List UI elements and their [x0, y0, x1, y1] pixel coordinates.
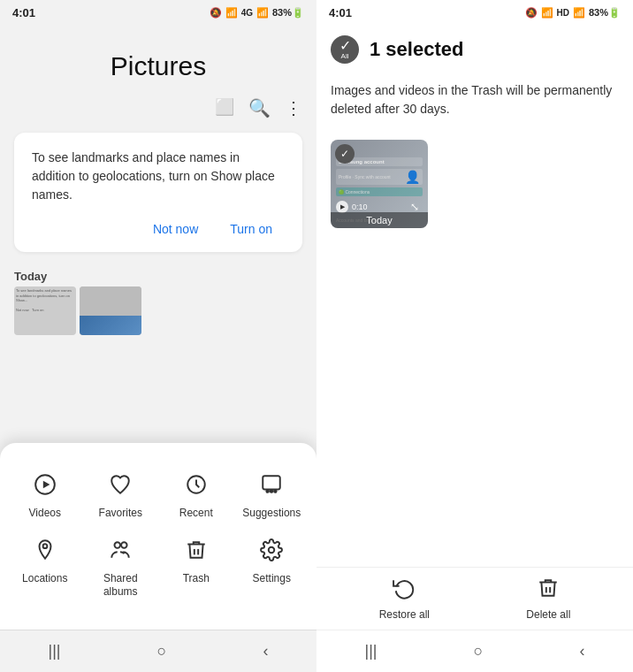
favorites-label: Favorites — [99, 507, 142, 521]
thumb-mini-text: To see landmarks and place names in addi… — [16, 288, 74, 313]
all-text: All — [341, 53, 349, 60]
bottom-action-bar: Restore all Delete all — [316, 567, 633, 630]
vt-row-2: Profile · Sync with account 👤 — [336, 169, 423, 185]
search-icon[interactable]: 🔍 — [248, 97, 271, 118]
nav-recent-apps-icon[interactable]: ||| — [49, 642, 61, 661]
vt-play-row: ▶ 0:10 ⤡ — [336, 201, 423, 213]
checkmark-icon: ✓ — [339, 39, 351, 53]
vt-row-3: 🟢 Connections — [336, 187, 423, 196]
thumb-2[interactable] — [80, 286, 141, 335]
shared-albums-icon — [109, 538, 132, 567]
restore-all-button[interactable]: Restore all — [379, 577, 430, 621]
svg-point-12 — [269, 547, 275, 554]
settings-icon — [260, 538, 283, 567]
time-left: 4:01 — [12, 6, 35, 19]
nav-back-icon[interactable]: ‹ — [263, 642, 268, 661]
delete-label: Delete all — [526, 608, 570, 621]
select-icon[interactable]: ⬜ — [215, 97, 234, 118]
nav-home-icon[interactable]: ○ — [157, 642, 167, 661]
nav-bar-left: ||| ○ ‹ — [0, 630, 316, 672]
page-title: Pictures — [111, 51, 206, 81]
status-bar-left: 4:01 🔕 📶 4G 📶 83%🔋 — [0, 0, 316, 25]
trash-info: Images and videos in the Trash will be p… — [316, 74, 633, 133]
sheet-item-videos[interactable]: Videos — [7, 464, 83, 530]
not-now-button[interactable]: Not now — [141, 217, 210, 241]
suggestions-icon — [260, 473, 283, 501]
play-button[interactable]: ▶ — [336, 201, 348, 213]
r-signal-bars-icon: 📶 — [573, 7, 585, 19]
sheet-item-settings[interactable]: Settings — [234, 530, 310, 608]
svg-marker-1 — [43, 481, 50, 489]
videos-icon — [34, 473, 57, 501]
sheet-item-trash[interactable]: Trash — [158, 530, 234, 608]
videos-label: Videos — [29, 507, 61, 521]
r-nav-recent-apps-icon[interactable]: ||| — [365, 642, 378, 661]
vt-label: Today — [331, 212, 428, 228]
delete-all-button[interactable]: Delete all — [526, 577, 570, 621]
place-names-text: To see landmarks and place names in addi… — [32, 149, 285, 204]
svg-point-4 — [267, 491, 270, 493]
network-icon: 4G — [241, 8, 253, 18]
restore-label: Restore all — [379, 608, 430, 621]
svg-point-8 — [115, 542, 121, 548]
bottom-sheet: Videos Favorites Recent — [0, 443, 316, 630]
left-panel: 4:01 🔕 📶 4G 📶 83%🔋 Pictures ⬜ 🔍 ⋮ To see… — [0, 0, 316, 672]
status-icons-left: 🔕 📶 4G 📶 83%🔋 — [210, 7, 304, 19]
locations-icon — [34, 538, 57, 567]
status-icons-right: 🔕 📶 HD 📶 83%🔋 — [525, 7, 621, 19]
vt-duration: 0:10 — [352, 202, 368, 211]
status-bar-right: 4:01 🔕 📶 HD 📶 83%🔋 — [316, 0, 633, 25]
svg-point-7 — [42, 544, 47, 548]
r-battery-icon: 83%🔋 — [589, 7, 621, 19]
right-panel: 4:01 🔕 📶 HD 📶 83%🔋 ✓ All 1 selected Imag… — [316, 0, 633, 672]
shared-albums-label: Shared albums — [87, 572, 156, 599]
svg-rect-3 — [263, 476, 281, 489]
trash-label: Trash — [183, 572, 210, 586]
wifi-icon: 📶 — [225, 7, 238, 19]
suggestions-label: Suggestions — [242, 507, 301, 521]
place-names-card: To see landmarks and place names in addi… — [14, 133, 302, 252]
selected-count: 1 selected — [370, 38, 463, 61]
signal-bars-icon: 📶 — [256, 7, 269, 19]
sheet-item-suggestions[interactable]: Suggestions — [234, 464, 310, 530]
recent-label: Recent — [179, 507, 213, 521]
signal-icon: 🔕 — [210, 7, 222, 19]
turn-on-button[interactable]: Turn on — [217, 217, 285, 241]
selection-header: ✓ All 1 selected — [316, 25, 633, 74]
vt-selected-indicator: ✓ — [335, 144, 355, 164]
svg-point-9 — [121, 542, 127, 548]
recent-icon — [185, 473, 208, 501]
today-label: Today — [0, 259, 316, 286]
sheet-item-shared-albums[interactable]: Shared albums — [83, 530, 159, 608]
sheet-item-favorites[interactable]: Favorites — [83, 464, 159, 530]
toolbar-row: ⬜ 🔍 ⋮ — [0, 90, 316, 126]
sheet-item-recent[interactable]: Recent — [158, 464, 234, 530]
settings-label: Settings — [253, 572, 291, 586]
sheet-grid: Videos Favorites Recent — [0, 457, 316, 615]
page-title-area: Pictures — [0, 25, 316, 90]
thumb-1[interactable]: To see landmarks and place names in addi… — [14, 286, 76, 335]
r-nav-back-icon[interactable]: ‹ — [579, 642, 584, 661]
nav-bar-right: ||| ○ ‹ — [316, 630, 633, 672]
battery-icon: 83%🔋 — [272, 7, 304, 19]
delete-icon — [537, 577, 560, 605]
r-nav-home-icon[interactable]: ○ — [474, 642, 484, 661]
r-hd-icon: HD — [557, 8, 569, 18]
more-options-icon[interactable]: ⋮ — [285, 97, 302, 118]
time-right: 4:01 — [329, 6, 352, 19]
locations-label: Locations — [22, 572, 67, 586]
svg-point-5 — [271, 491, 273, 493]
svg-point-6 — [274, 491, 277, 493]
thumbnail-strip: To see landmarks and place names in addi… — [0, 286, 316, 335]
r-wifi-icon: 📶 — [541, 7, 553, 19]
trash-icon — [185, 538, 208, 567]
right-content: Samsung account Profile · Sync with acco… — [316, 133, 633, 567]
video-thumbnail[interactable]: Samsung account Profile · Sync with acco… — [331, 140, 428, 228]
restore-icon — [393, 577, 416, 605]
place-names-actions: Not now Turn on — [32, 213, 285, 245]
r-signal-icon: 🔕 — [525, 7, 538, 19]
favorites-icon — [109, 473, 132, 501]
select-all-button[interactable]: ✓ All — [331, 35, 359, 64]
expand-icon: ⤡ — [410, 201, 419, 213]
sheet-item-locations[interactable]: Locations — [7, 530, 83, 608]
